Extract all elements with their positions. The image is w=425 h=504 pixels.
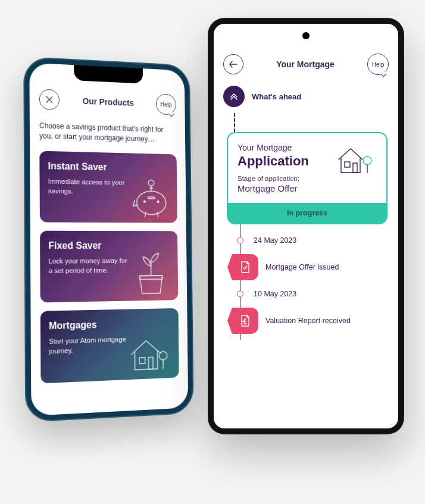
- document-check-icon: [239, 261, 251, 274]
- notch: [74, 65, 143, 83]
- svg-point-7: [159, 351, 167, 359]
- help-label: Help: [372, 61, 385, 68]
- product-desc: Start your Atom mortgage journey.: [49, 334, 131, 356]
- timeline-event-label: Valuation Report received: [265, 317, 351, 325]
- intro-text: Choose a savings product that's right fo…: [39, 121, 176, 145]
- camera-punch: [302, 32, 310, 39]
- svg-point-4: [148, 180, 154, 186]
- timeline-dashed-connector: [234, 113, 389, 132]
- product-desc: Immediate access to your savings.: [48, 176, 130, 197]
- whats-ahead-label: What's ahead: [252, 92, 301, 101]
- svg-point-3: [157, 201, 159, 202]
- timeline-event-label: Mortgage Offer issued: [265, 263, 339, 271]
- house-icon: [123, 331, 174, 375]
- screen-products: Our Products Help Choose a savings produ…: [29, 62, 188, 416]
- whats-ahead-row: What's ahead: [223, 86, 389, 107]
- svg-point-0: [136, 190, 166, 214]
- help-label: Help: [160, 101, 171, 108]
- product-title: Instant Saver: [48, 161, 168, 174]
- timeline-date: 24 May 2023: [240, 233, 389, 248]
- card-stage-value: Mortgage Offer: [238, 183, 377, 193]
- screen-mortgage: Your Mortgage Help What's ahead Your Mor…: [214, 24, 398, 428]
- product-card-fixed-saver[interactable]: Fixed Saver Lock your money away for a s…: [40, 230, 178, 302]
- product-card-instant-saver[interactable]: Instant Saver Immediate access to your s…: [39, 151, 177, 223]
- close-button[interactable]: [39, 89, 60, 110]
- header-bar: Your Mortgage Help: [223, 54, 389, 75]
- close-icon: [46, 96, 53, 104]
- piggy-bank-icon: [127, 176, 173, 218]
- product-title: Mortgages: [49, 318, 171, 331]
- back-button[interactable]: [223, 54, 243, 74]
- page-title: Your Mortgage: [276, 60, 335, 69]
- svg-rect-6: [148, 357, 153, 369]
- arrow-left-icon: [229, 61, 238, 68]
- phone-products: Our Products Help Choose a savings produ…: [23, 57, 194, 422]
- timeline-date: 10 May 2023: [240, 286, 389, 302]
- help-button[interactable]: Help: [367, 54, 389, 75]
- document-pound-icon: [239, 314, 251, 327]
- svg-rect-9: [353, 163, 357, 173]
- help-button[interactable]: Help: [156, 93, 176, 115]
- plant-pot-icon: [128, 248, 174, 296]
- timeline: 24 May 2023 Mortgage Offer issued: [240, 224, 389, 340]
- phone-mortgage: Your Mortgage Help What's ahead Your Mor…: [208, 18, 404, 434]
- card-status-banner: In progress: [228, 203, 386, 223]
- svg-point-10: [363, 156, 371, 165]
- product-desc: Lock your money away for a set period of…: [48, 255, 130, 276]
- timeline-badge: [232, 308, 258, 334]
- mortgage-application-card[interactable]: Your Mortgage Application Stage of appli…: [227, 132, 388, 224]
- svg-rect-5: [139, 357, 145, 363]
- page-title: Our Products: [83, 96, 135, 108]
- svg-rect-1: [148, 197, 155, 199]
- whats-ahead-toggle[interactable]: [223, 86, 245, 107]
- product-card-mortgages[interactable]: Mortgages Start your Atom mortgage journ…: [40, 308, 179, 383]
- chevron-double-up-icon: [230, 92, 238, 101]
- timeline-event: Mortgage Offer issued: [232, 248, 389, 286]
- timeline-event: Valuation Report received: [232, 302, 389, 340]
- svg-rect-8: [345, 162, 350, 167]
- house-tree-icon: [335, 143, 377, 179]
- timeline-badge: [232, 254, 258, 280]
- header-bar: Our Products Help: [39, 88, 176, 115]
- svg-point-2: [144, 201, 146, 202]
